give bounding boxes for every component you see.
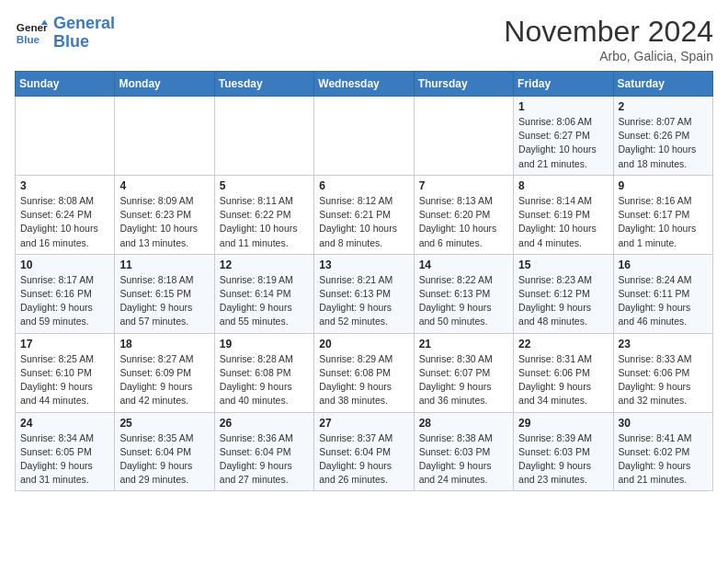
day-number: 18 [119, 338, 209, 350]
calendar-week-1: 1Sunrise: 8:06 AMSunset: 6:27 PMDaylight… [16, 97, 713, 176]
day-number: 7 [419, 179, 508, 192]
day-info: Sunrise: 8:24 AMSunset: 6:11 PMDaylight:… [619, 273, 708, 329]
day-number: 28 [419, 417, 508, 430]
day-info: Sunrise: 8:37 AMSunset: 6:04 PMDaylight:… [319, 431, 408, 488]
calendar-cell: 21Sunrise: 8:30 AMSunset: 6:07 PMDayligh… [414, 333, 513, 412]
day-info: Sunrise: 8:23 AMSunset: 6:12 PMDaylight:… [518, 273, 608, 329]
calendar-cell: 24Sunrise: 8:34 AMSunset: 6:05 PMDayligh… [16, 412, 115, 491]
calendar-cell: 23Sunrise: 8:33 AMSunset: 6:06 PMDayligh… [613, 333, 712, 412]
logo-text: GeneralBlue [53, 15, 115, 52]
day-number: 17 [20, 338, 109, 350]
calendar-cell: 10Sunrise: 8:17 AMSunset: 6:16 PMDayligh… [16, 254, 115, 333]
day-number: 5 [220, 179, 309, 192]
calendar-cell: 11Sunrise: 8:18 AMSunset: 6:15 PMDayligh… [115, 254, 214, 333]
calendar-cell: 16Sunrise: 8:24 AMSunset: 6:11 PMDayligh… [613, 254, 712, 333]
day-number: 13 [319, 259, 408, 271]
day-number: 12 [220, 259, 309, 271]
day-number: 25 [119, 417, 209, 430]
calendar-cell: 30Sunrise: 8:41 AMSunset: 6:02 PMDayligh… [613, 412, 712, 491]
day-number: 29 [518, 417, 608, 430]
calendar-cell: 27Sunrise: 8:37 AMSunset: 6:04 PMDayligh… [314, 412, 414, 491]
day-info: Sunrise: 8:27 AMSunset: 6:09 PMDaylight:… [119, 352, 209, 408]
calendar-cell [414, 97, 513, 176]
day-number: 2 [619, 100, 708, 113]
logo-icon: General Blue [15, 17, 48, 50]
calendar-cell: 22Sunrise: 8:31 AMSunset: 6:06 PMDayligh… [514, 333, 613, 412]
calendar-cell [16, 97, 115, 176]
calendar-cell: 4Sunrise: 8:09 AMSunset: 6:23 PMDaylight… [115, 175, 214, 254]
calendar-cell [214, 97, 313, 176]
location: Arbo, Galicia, Spain [504, 49, 713, 63]
day-info: Sunrise: 8:19 AMSunset: 6:14 PMDaylight:… [220, 273, 309, 329]
calendar-week-5: 24Sunrise: 8:34 AMSunset: 6:05 PMDayligh… [16, 412, 713, 491]
month-title: November 2024 [504, 15, 713, 49]
day-info: Sunrise: 8:13 AMSunset: 6:20 PMDaylight:… [419, 194, 508, 250]
calendar-cell: 14Sunrise: 8:22 AMSunset: 6:13 PMDayligh… [414, 254, 513, 333]
calendar-cell: 29Sunrise: 8:39 AMSunset: 6:03 PMDayligh… [514, 412, 613, 491]
calendar-cell: 28Sunrise: 8:38 AMSunset: 6:03 PMDayligh… [414, 412, 513, 491]
calendar-cell: 7Sunrise: 8:13 AMSunset: 6:20 PMDaylight… [414, 175, 513, 254]
calendar-cell: 20Sunrise: 8:29 AMSunset: 6:08 PMDayligh… [314, 333, 414, 412]
day-number: 20 [319, 338, 408, 350]
day-info: Sunrise: 8:29 AMSunset: 6:08 PMDaylight:… [319, 352, 408, 408]
title-block: November 2024 Arbo, Galicia, Spain [504, 15, 713, 63]
calendar-cell: 6Sunrise: 8:12 AMSunset: 6:21 PMDaylight… [314, 175, 414, 254]
calendar-cell: 8Sunrise: 8:14 AMSunset: 6:19 PMDaylight… [514, 175, 613, 254]
day-number: 23 [619, 338, 708, 350]
day-info: Sunrise: 8:31 AMSunset: 6:06 PMDaylight:… [518, 352, 608, 408]
day-number: 1 [518, 100, 608, 113]
day-info: Sunrise: 8:16 AMSunset: 6:17 PMDaylight:… [619, 194, 708, 250]
svg-text:Blue: Blue [17, 33, 40, 45]
day-info: Sunrise: 8:22 AMSunset: 6:13 PMDaylight:… [419, 273, 508, 329]
day-number: 8 [518, 179, 608, 192]
calendar-cell: 12Sunrise: 8:19 AMSunset: 6:14 PMDayligh… [214, 254, 313, 333]
weekday-header-friday: Friday [514, 72, 613, 97]
day-info: Sunrise: 8:21 AMSunset: 6:13 PMDaylight:… [319, 273, 408, 329]
day-info: Sunrise: 8:08 AMSunset: 6:24 PMDaylight:… [20, 194, 109, 250]
day-info: Sunrise: 8:11 AMSunset: 6:22 PMDaylight:… [220, 194, 309, 250]
logo: General Blue GeneralBlue [15, 15, 115, 52]
day-number: 9 [619, 179, 708, 192]
day-number: 30 [619, 417, 708, 430]
calendar-cell: 18Sunrise: 8:27 AMSunset: 6:09 PMDayligh… [115, 333, 214, 412]
day-number: 15 [518, 259, 608, 271]
page-header: General Blue GeneralBlue November 2024 A… [15, 15, 713, 63]
day-info: Sunrise: 8:33 AMSunset: 6:06 PMDaylight:… [619, 352, 708, 408]
calendar-cell: 2Sunrise: 8:07 AMSunset: 6:26 PMDaylight… [613, 97, 712, 176]
day-info: Sunrise: 8:17 AMSunset: 6:16 PMDaylight:… [20, 273, 109, 329]
day-info: Sunrise: 8:30 AMSunset: 6:07 PMDaylight:… [419, 352, 508, 408]
calendar-cell: 9Sunrise: 8:16 AMSunset: 6:17 PMDaylight… [613, 175, 712, 254]
calendar-week-2: 3Sunrise: 8:08 AMSunset: 6:24 PMDaylight… [16, 175, 713, 254]
day-info: Sunrise: 8:12 AMSunset: 6:21 PMDaylight:… [319, 194, 408, 250]
weekday-header-wednesday: Wednesday [314, 72, 414, 97]
weekday-header-thursday: Thursday [414, 72, 513, 97]
weekday-header-sunday: Sunday [16, 72, 115, 97]
day-info: Sunrise: 8:14 AMSunset: 6:19 PMDaylight:… [518, 194, 608, 250]
calendar-cell: 25Sunrise: 8:35 AMSunset: 6:04 PMDayligh… [115, 412, 214, 491]
day-info: Sunrise: 8:35 AMSunset: 6:04 PMDaylight:… [119, 431, 209, 488]
day-number: 19 [220, 338, 309, 350]
calendar-cell: 3Sunrise: 8:08 AMSunset: 6:24 PMDaylight… [16, 175, 115, 254]
calendar-week-3: 10Sunrise: 8:17 AMSunset: 6:16 PMDayligh… [16, 254, 713, 333]
day-number: 6 [319, 179, 408, 192]
calendar-table: SundayMondayTuesdayWednesdayThursdayFrid… [15, 71, 713, 491]
calendar-week-4: 17Sunrise: 8:25 AMSunset: 6:10 PMDayligh… [16, 333, 713, 412]
calendar-cell: 5Sunrise: 8:11 AMSunset: 6:22 PMDaylight… [214, 175, 313, 254]
day-info: Sunrise: 8:06 AMSunset: 6:27 PMDaylight:… [518, 115, 608, 171]
weekday-header-row: SundayMondayTuesdayWednesdayThursdayFrid… [16, 72, 713, 97]
calendar-cell: 19Sunrise: 8:28 AMSunset: 6:08 PMDayligh… [214, 333, 313, 412]
day-info: Sunrise: 8:18 AMSunset: 6:15 PMDaylight:… [119, 273, 209, 329]
weekday-header-monday: Monday [115, 72, 214, 97]
day-number: 14 [419, 259, 508, 271]
day-number: 16 [619, 259, 708, 271]
calendar-cell: 26Sunrise: 8:36 AMSunset: 6:04 PMDayligh… [214, 412, 313, 491]
calendar-cell: 15Sunrise: 8:23 AMSunset: 6:12 PMDayligh… [514, 254, 613, 333]
weekday-header-tuesday: Tuesday [214, 72, 313, 97]
day-info: Sunrise: 8:34 AMSunset: 6:05 PMDaylight:… [20, 431, 109, 488]
day-info: Sunrise: 8:41 AMSunset: 6:02 PMDaylight:… [619, 431, 708, 488]
day-number: 24 [20, 417, 109, 430]
day-number: 26 [220, 417, 309, 430]
calendar-cell: 1Sunrise: 8:06 AMSunset: 6:27 PMDaylight… [514, 97, 613, 176]
day-info: Sunrise: 8:39 AMSunset: 6:03 PMDaylight:… [518, 431, 608, 488]
day-info: Sunrise: 8:36 AMSunset: 6:04 PMDaylight:… [220, 431, 309, 488]
